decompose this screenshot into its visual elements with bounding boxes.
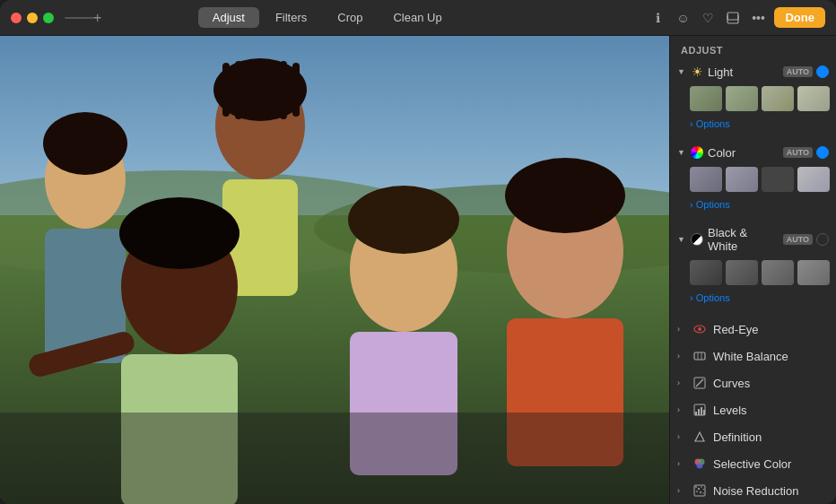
- levels-chevron: ›: [677, 405, 686, 414]
- bw-options-label: › Options: [690, 292, 730, 303]
- svg-rect-30: [694, 352, 705, 360]
- light-label: Light: [708, 65, 779, 79]
- eye-icon: [692, 321, 708, 337]
- svg-rect-46: [701, 486, 702, 488]
- color-thumbnails: [670, 163, 836, 194]
- more-button[interactable]: •••: [749, 9, 767, 27]
- selective-color-icon: [692, 456, 708, 472]
- selective-chevron: ›: [677, 459, 686, 468]
- svg-rect-27: [0, 413, 669, 504]
- section-bw: ▼ Black & White AUTO › Options: [670, 222, 836, 312]
- photo-svg: [0, 36, 669, 504]
- bw-thumb-1[interactable]: [690, 260, 722, 285]
- heart-button[interactable]: ♡: [699, 9, 717, 27]
- svg-rect-13: [235, 61, 242, 119]
- svg-marker-39: [695, 432, 704, 441]
- emoji-button[interactable]: ☺: [674, 9, 692, 27]
- tab-cleanup[interactable]: Clean Up: [379, 7, 456, 28]
- section-light: ▼ ☀ Light AUTO › Options: [670, 61, 836, 138]
- light-toggle[interactable]: [816, 65, 829, 78]
- bw-thumb-4[interactable]: [797, 260, 830, 285]
- photo-scene: [0, 36, 669, 504]
- tab-adjust[interactable]: Adjust: [198, 7, 259, 28]
- svg-point-22: [348, 186, 459, 254]
- light-options-label: › Options: [690, 118, 730, 129]
- light-chevron-icon: ▼: [677, 67, 686, 76]
- svg-rect-12: [222, 63, 230, 117]
- section-light-header[interactable]: ▼ ☀ Light AUTO: [670, 61, 836, 83]
- info-button[interactable]: ℹ: [649, 9, 666, 27]
- tool-selective-color[interactable]: › Selective Color: [670, 450, 836, 477]
- svg-rect-50: [702, 492, 704, 494]
- svg-rect-49: [700, 491, 701, 493]
- tab-crop[interactable]: Crop: [323, 7, 377, 28]
- color-label: Color: [708, 146, 779, 160]
- section-color: ▼ Color AUTO › Options: [670, 142, 836, 219]
- share-button[interactable]: [724, 9, 742, 27]
- definition-chevron: ›: [677, 432, 686, 441]
- tool-red-eye[interactable]: › Red-Eye: [670, 316, 836, 343]
- definition-label: Definition: [713, 430, 829, 444]
- bw-thumb-3[interactable]: [762, 260, 794, 285]
- maximize-button[interactable]: [43, 13, 54, 23]
- svg-rect-15: [292, 63, 300, 117]
- color-options[interactable]: › Options: [670, 194, 836, 215]
- bw-thumb-2[interactable]: [726, 260, 758, 285]
- noise-icon: [692, 482, 708, 499]
- wb-chevron: ›: [677, 352, 686, 361]
- tool-curves[interactable]: › Curves: [670, 369, 836, 396]
- photo-area: [0, 36, 669, 504]
- color-thumb-3[interactable]: [762, 167, 794, 192]
- curves-label: Curves: [713, 377, 829, 390]
- tool-levels[interactable]: › Levels: [670, 396, 836, 423]
- svg-rect-45: [698, 488, 700, 490]
- svg-rect-48: [696, 491, 698, 492]
- noise-chevron: ›: [677, 486, 686, 495]
- color-circle-icon: [690, 145, 704, 160]
- selective-color-label: Selective Color: [713, 457, 829, 471]
- light-thumb-3[interactable]: [762, 86, 794, 111]
- tool-white-balance[interactable]: › White Balance: [670, 343, 836, 369]
- bw-auto-badge: AUTO: [783, 234, 813, 245]
- color-toggle[interactable]: [816, 146, 829, 159]
- svg-rect-38: [703, 410, 705, 415]
- done-button[interactable]: Done: [774, 7, 825, 28]
- section-bw-header[interactable]: ▼ Black & White AUTO: [670, 222, 836, 256]
- color-options-label: › Options: [690, 199, 730, 210]
- red-eye-chevron: ›: [677, 325, 686, 334]
- light-auto-badge: AUTO: [783, 66, 813, 77]
- bw-circle-icon: [690, 232, 704, 247]
- light-options[interactable]: › Options: [670, 113, 836, 135]
- minimize-button[interactable]: [27, 13, 38, 23]
- light-thumb-2[interactable]: [726, 86, 758, 111]
- color-thumb-4[interactable]: [797, 167, 830, 192]
- svg-rect-36: [698, 409, 700, 415]
- color-thumb-2[interactable]: [726, 167, 758, 192]
- definition-icon: [692, 429, 708, 445]
- color-thumb-1[interactable]: [690, 167, 722, 192]
- tab-filters[interactable]: Filters: [261, 7, 321, 28]
- bw-toggle[interactable]: [816, 233, 829, 246]
- zoom-slider[interactable]: +: [65, 10, 101, 26]
- svg-rect-1: [728, 13, 737, 19]
- close-button[interactable]: [11, 13, 22, 23]
- bw-options[interactable]: › Options: [670, 287, 836, 308]
- wb-icon: [692, 348, 708, 364]
- sidebar: ADJUST ▼ ☀ Light AUTO › Options: [669, 36, 836, 504]
- tool-noise-reduction[interactable]: › Noise Reduction: [670, 477, 836, 504]
- light-thumb-4[interactable]: [797, 86, 830, 111]
- svg-rect-14: [280, 61, 287, 119]
- svg-rect-37: [701, 407, 702, 415]
- red-eye-label: Red-Eye: [713, 323, 829, 336]
- sun-icon: ☀: [690, 65, 704, 79]
- section-color-header[interactable]: ▼ Color AUTO: [670, 142, 836, 163]
- levels-icon: [692, 402, 708, 418]
- svg-point-8: [43, 112, 127, 175]
- light-thumbnails: [670, 83, 836, 113]
- curves-icon: [692, 375, 708, 391]
- curves-chevron: ›: [677, 378, 686, 387]
- bw-chevron-icon: ▼: [677, 235, 686, 244]
- light-thumb-1[interactable]: [690, 86, 722, 111]
- zoom-plus-icon: +: [93, 10, 101, 26]
- tool-definition[interactable]: › Definition: [670, 423, 836, 450]
